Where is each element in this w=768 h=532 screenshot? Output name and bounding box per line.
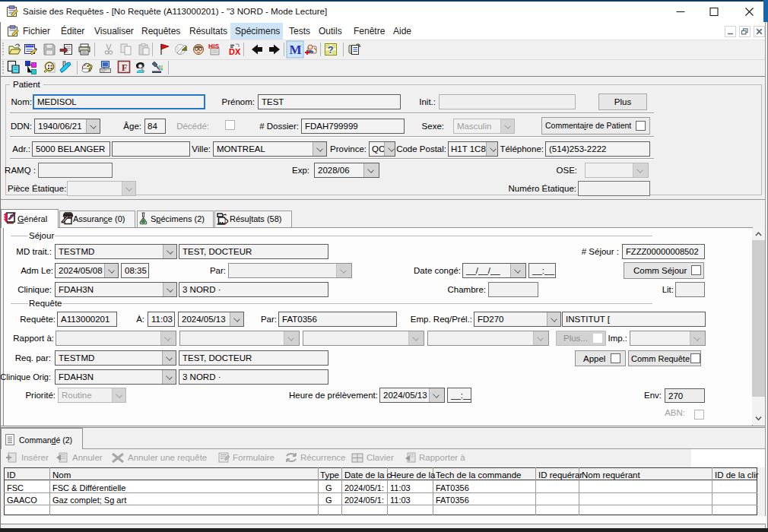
svg-text:?: ? [87, 62, 93, 74]
svg-text:HIS: HIS [208, 43, 220, 50]
svg-text:?: ? [328, 45, 333, 55]
svg-text:F: F [122, 62, 127, 73]
svg-text:M: M [290, 43, 302, 57]
svg-text:DX: DX [229, 47, 241, 56]
